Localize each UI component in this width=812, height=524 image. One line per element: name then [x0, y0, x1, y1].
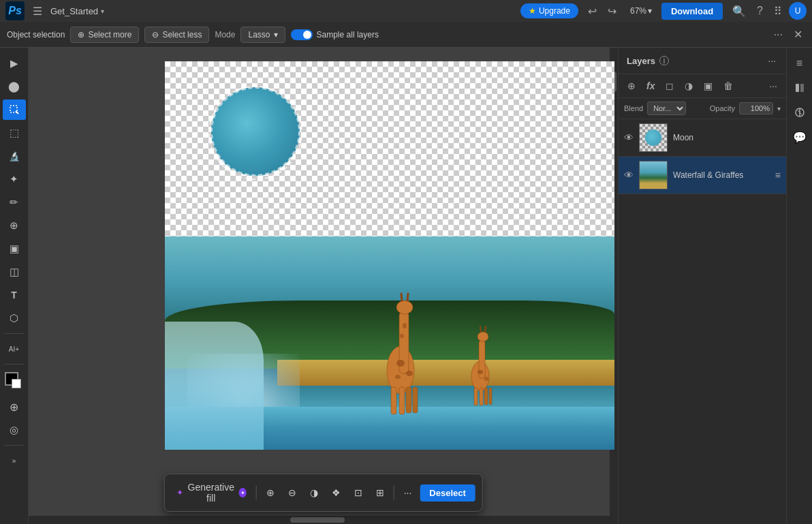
deselect-button[interactable]: Deselect [420, 484, 475, 502]
ai-tool[interactable]: AI+ [3, 339, 26, 359]
eraser-tool[interactable]: ▣ [3, 238, 26, 259]
file-name[interactable]: Get_Started ▾ [50, 6, 104, 16]
zoom-control[interactable]: 67% ▾ [626, 5, 656, 17]
foreground-color[interactable] [5, 372, 18, 386]
select-subject-button[interactable]: ⊡ [349, 484, 368, 502]
libraries-button[interactable] [790, 78, 810, 98]
object-selection-tool[interactable] [3, 99, 26, 120]
select-more-button[interactable]: ⊕ Select more [70, 27, 139, 43]
pencil-tool[interactable]: ✏ [3, 192, 26, 213]
healing-tool[interactable]: ✦ [3, 169, 26, 189]
properties-button[interactable]: ≡ [790, 53, 810, 74]
undo-button[interactable]: ↩ [584, 2, 601, 20]
giraffe-small-svg [462, 315, 499, 407]
svg-line-5 [407, 294, 408, 300]
gradient-tool[interactable]: ◫ [3, 262, 26, 282]
new-layer-button[interactable]: ⊕ [624, 78, 639, 93]
moon-layer-name: Moon [673, 133, 781, 142]
right-panel: Layers i ··· ⊕ fx ◻ ◑ ▣ 🗑 ··· Blend Nor.… [618, 48, 786, 524]
close-toolbar-button[interactable]: ✕ [791, 25, 805, 44]
layer-adjust-icon[interactable]: ≡ [775, 170, 781, 181]
layers-list: 👁 Moon 👁 Waterfall & Giraffes ≡ [619, 119, 786, 524]
canvas-area[interactable]: ✦ Generative fill ✦ ⊕ ⊖ ◑ ❖ ⊡ ⊞ [29, 48, 618, 524]
panel-header: Layers i ··· [619, 48, 786, 74]
select-less-button[interactable]: ⊖ Select less [144, 27, 209, 43]
panel-title: Layers i [627, 56, 669, 66]
group-button[interactable]: ▣ [700, 78, 716, 93]
layer-more-button[interactable]: ··· [766, 78, 781, 93]
svg-rect-6 [391, 387, 396, 414]
svg-line-19 [485, 326, 486, 332]
select-less-text: Select less [162, 30, 202, 40]
upgrade-button[interactable]: ★ Upgrade [520, 3, 578, 18]
lasso-button[interactable]: Lasso ▾ [240, 27, 285, 43]
subtract-selection-button[interactable]: ⊖ [283, 484, 302, 502]
tool-divider-3 [5, 445, 24, 446]
adjustments-button[interactable] [790, 102, 810, 123]
opacity-input[interactable] [739, 102, 773, 114]
svg-point-3 [396, 300, 413, 314]
help-button[interactable]: ? [753, 2, 767, 20]
adjustment-button[interactable]: ◑ [681, 78, 696, 93]
undo-redo-group: ↩ ↪ [584, 2, 621, 20]
giraffe-main-svg [372, 275, 430, 418]
svg-point-10 [396, 360, 405, 367]
redo-button[interactable]: ↪ [604, 2, 621, 20]
horizontal-scrollbar[interactable] [29, 516, 610, 524]
select-and-mask-button[interactable]: ⊞ [371, 484, 390, 502]
menu-icon[interactable]: ☰ [30, 2, 45, 20]
background-color [12, 379, 21, 388]
horizontal-scrollbar-thumb[interactable] [290, 517, 345, 523]
waterfall-visibility-icon[interactable]: 👁 [624, 170, 634, 181]
info-icon[interactable]: i [659, 56, 669, 65]
generative-fill-button[interactable]: ✦ Generative fill ✦ [171, 478, 252, 507]
svg-rect-20 [474, 388, 478, 405]
opacity-chevron-icon: ▾ [777, 105, 781, 112]
toggle-switch[interactable] [291, 29, 313, 40]
mask-button[interactable]: ◻ [662, 78, 677, 93]
select-more-text: Select more [88, 30, 131, 40]
sample-all-layers-toggle[interactable]: Sample all layers [291, 29, 379, 40]
floating-toolbar: ✦ Generative fill ✦ ⊕ ⊖ ◑ ❖ ⊡ ⊞ [163, 474, 483, 512]
selection-tool[interactable]: ▶ [3, 53, 26, 74]
comments-button[interactable]: 💬 [790, 127, 810, 147]
fx-button[interactable]: fx [643, 78, 658, 93]
avatar[interactable]: U [789, 2, 807, 20]
feather-button[interactable]: ❖ [326, 484, 346, 502]
more-tools-button[interactable]: » [3, 450, 26, 471]
add-selection-button[interactable]: ⊕ [261, 484, 280, 502]
dodge-burn-tool[interactable]: ⊕ [3, 397, 26, 417]
color-swatches[interactable] [5, 372, 24, 391]
shape-tool[interactable]: ⬡ [3, 308, 26, 328]
apps-button[interactable]: ⠿ [770, 2, 786, 20]
quick-mask-tool[interactable]: ◎ [3, 420, 26, 440]
svg-rect-21 [480, 388, 483, 405]
download-button[interactable]: Download [661, 3, 723, 20]
blend-mode-select[interactable]: Nor... [647, 102, 686, 115]
generative-fill-label: Generative fill [187, 482, 235, 504]
select-mask-icon: ⊞ [376, 487, 384, 498]
panel-more-button[interactable]: ··· [766, 53, 778, 68]
eyedropper-tool[interactable]: 🔬 [3, 146, 26, 166]
right-edge-panel: ≡ 💬 [786, 48, 812, 524]
filename-text: Get_Started [50, 6, 98, 16]
more-options-button[interactable]: ··· [771, 26, 785, 44]
invert-selection-button[interactable]: ◑ [304, 484, 324, 502]
brush-tool[interactable]: ⬤ [3, 76, 26, 97]
layer-item-moon[interactable]: 👁 Moon [619, 119, 786, 157]
moon-layer-thumbnail [639, 123, 668, 152]
svg-point-17 [478, 332, 488, 341]
moon-visibility-icon[interactable]: 👁 [624, 132, 634, 143]
text-tool[interactable]: T [3, 285, 26, 305]
search-button[interactable]: 🔍 [728, 2, 750, 20]
svg-rect-9 [413, 387, 418, 413]
clone-stamp-tool[interactable]: ⊕ [3, 215, 26, 236]
more-float-button[interactable]: ··· [399, 484, 418, 502]
svg-point-11 [406, 371, 413, 376]
svg-line-18 [480, 326, 481, 332]
delete-layer-button[interactable]: 🗑 [720, 78, 736, 93]
layer-item-waterfall[interactable]: 👁 Waterfall & Giraffes ≡ [619, 157, 786, 194]
opacity-label: Opacity [710, 104, 735, 112]
main-area: ▶ ⬤ ⬚ 🔬 ✦ ✏ ⊕ ▣ ◫ T ⬡ AI+ ⊕ ◎ » [0, 48, 812, 524]
crop-tool[interactable]: ⬚ [3, 123, 26, 143]
